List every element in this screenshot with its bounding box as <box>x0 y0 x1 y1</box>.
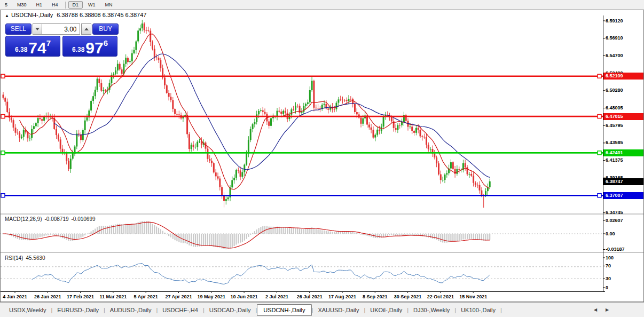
rsi-indicator-label: RSI(14)45.5630 <box>5 255 48 261</box>
buy-price-box[interactable]: 6.38 97 6 <box>62 36 117 57</box>
sell-button[interactable]: SELL <box>5 23 32 35</box>
rsi-name: RSI(14) <box>5 255 23 261</box>
timeframe-button-m30[interactable]: M30 <box>13 1 31 9</box>
tab-separator: | <box>500 307 502 313</box>
chart-tab-usdchf-h4[interactable]: USDCHF-,H4 <box>158 305 203 315</box>
trade-panel-controls: SELL BUY <box>5 23 119 35</box>
chart-tab-ukoil-daily[interactable]: UKOil-,Daily <box>365 305 407 315</box>
tabs-scroll-left-icon[interactable]: ◀ <box>594 307 597 312</box>
sell-price-pip: 7 <box>46 38 51 47</box>
buy-price-pip: 6 <box>104 38 108 47</box>
macd-name: MACD(12,26,9) <box>5 216 42 222</box>
macd-signal-value: -0.010699 <box>72 216 96 222</box>
one-click-trade-panel: SELL BUY 6.38 74 7 6.38 97 <box>5 23 119 57</box>
rsi-line <box>32 263 490 284</box>
buy-button[interactable]: BUY <box>92 23 119 35</box>
chart-title: ▲USDCNH-,Daily6.38788 6.38808 6.38745 6.… <box>5 12 146 18</box>
tabs-scroll-right-icon[interactable]: ▶ <box>606 307 609 312</box>
chart-tab-bar: USDX,Weekly|EURUSD-,Daily|AUDUSD-,Daily|… <box>0 302 644 317</box>
volume-decrease-button[interactable] <box>33 23 43 35</box>
trading-app-window: 5M30H1H4D1W1MN 6.591206.569106.547006.52… <box>0 0 644 317</box>
triangle-down-icon <box>35 28 40 33</box>
chart-tab-usdx-weekly[interactable]: USDX,Weekly <box>4 305 51 315</box>
chart-tab-audusd-daily[interactable]: AUDUSD-,Daily <box>105 305 156 315</box>
sell-price-box[interactable]: 6.38 74 7 <box>5 36 60 57</box>
volume-increase-button[interactable] <box>81 23 91 35</box>
horizontal-line-6.52109[interactable] <box>1 74 603 78</box>
chart-tab-usdcnh-daily[interactable]: USDCNH-,Daily <box>257 304 311 316</box>
sell-price-big: 74 <box>28 41 46 55</box>
timeframe-button-5[interactable]: 5 <box>1 1 12 9</box>
macd-indicator-label: MACD(12,26,9)-0.008719-0.010699 <box>5 216 98 222</box>
chart-tab-uk100-daily[interactable]: UK100-,Daily <box>456 305 500 315</box>
trade-panel-prices: 6.38 74 7 6.38 97 6 <box>5 36 119 57</box>
timeframe-button-h1[interactable]: H1 <box>32 1 47 9</box>
buy-price-prefix: 6.38 <box>72 46 84 53</box>
timeframe-button-h4[interactable]: H4 <box>48 1 62 9</box>
collapse-chart-icon[interactable]: ▲ <box>5 13 9 18</box>
chart-tab-eurusd-daily[interactable]: EURUSD-,Daily <box>52 305 104 315</box>
buy-price-big: 97 <box>85 41 103 55</box>
sell-price-prefix: 6.38 <box>15 46 27 53</box>
chart-tab-dj30-weekly[interactable]: DJ30-,Weekly <box>409 305 454 315</box>
volume-input[interactable] <box>42 23 80 35</box>
chart-ohlc-values: 6.38788 6.38808 6.38745 6.38747 <box>57 12 146 18</box>
macd-histogram <box>3 221 490 249</box>
chart-window: 6.591206.569106.547006.524906.502806.480… <box>0 10 644 302</box>
chart-symbol-label: USDCNH-,Daily <box>11 12 53 18</box>
timeframe-button-w1[interactable]: W1 <box>84 1 100 9</box>
toolbar-separator <box>65 2 66 9</box>
triangle-up-icon <box>84 26 89 30</box>
timeframe-button-mn[interactable]: MN <box>101 1 117 9</box>
horizontal-line-6.42401[interactable] <box>1 151 603 155</box>
timeframe-toolbar: 5M30H1H4D1W1MN <box>0 0 644 10</box>
chart-tab-usdcad-daily[interactable]: USDCAD-,Daily <box>205 305 256 315</box>
chart-tab-xauusd-daily[interactable]: XAUUSD-,Daily <box>313 305 364 315</box>
timeframe-button-d1[interactable]: D1 <box>68 1 83 9</box>
rsi-value: 45.5630 <box>26 255 45 261</box>
macd-main-value: -0.008719 <box>44 216 68 222</box>
horizontal-line-6.37007[interactable] <box>1 194 603 197</box>
